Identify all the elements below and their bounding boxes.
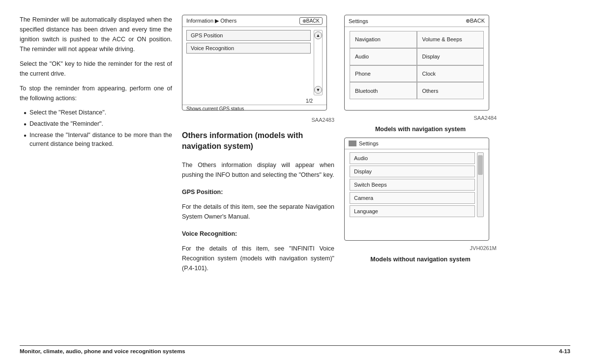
page-container: The Reminder will be automatically displ… (0, 0, 590, 364)
no-nav-item-beeps[interactable]: Switch Beeps (350, 179, 475, 191)
gps-screen-header: Information ▶ Others ⊕BACK (182, 15, 326, 27)
gps-menu-items: GPS Position Voice Recognition (186, 30, 311, 95)
settings-no-nav-list: Audio Display Switch Beeps Camera Langua… (350, 152, 475, 217)
voice-label: Voice Recognition: (182, 230, 334, 237)
gps-desc: For the details of this item, see the se… (182, 202, 334, 222)
settings-no-nav-screen-id: JVH0261M (344, 244, 497, 251)
section-intro: The Others information display will appe… (182, 160, 334, 180)
gps-footer-text: Shows current GPS status (186, 106, 244, 112)
settings-nav-caption: Models with navigation system (344, 124, 497, 135)
no-nav-scrollbar (477, 152, 484, 217)
no-nav-item-audio[interactable]: Audio (350, 152, 475, 164)
scroll-down-button[interactable]: ▼ (314, 86, 322, 94)
main-content: The Reminder will be automatically displ… (20, 15, 570, 345)
settings-no-nav-screen: Settings Audio Display Switch Beeps Came… (344, 138, 489, 241)
para3: To stop the reminder from appearing, per… (20, 84, 172, 103)
no-nav-item-language[interactable]: Language (350, 205, 475, 217)
nav-cell-display[interactable]: Display (417, 48, 484, 65)
gps-back-button[interactable]: ⊕BACK (299, 17, 323, 25)
gps-screen-id: SAA2483 (182, 115, 334, 123)
settings-nav-title: Settings (349, 18, 368, 24)
nav-cell-phone[interactable]: Phone (350, 65, 417, 83)
scroll-thumb (478, 155, 483, 175)
section-heading: Others information (models with navigati… (182, 130, 334, 152)
para1: The Reminder will be automatically displ… (20, 15, 172, 54)
gps-scrollbar: ▲ ▼ (314, 30, 323, 95)
nav-cell-others[interactable]: Others (417, 82, 484, 99)
right-column: Settings ⊕BACK Navigation Volume & Beeps… (344, 15, 497, 345)
settings-icon (349, 140, 356, 146)
settings-no-nav-body: Audio Display Switch Beeps Camera Langua… (345, 149, 489, 220)
page-number: 1/2 (182, 98, 326, 105)
gps-menu-item-2[interactable]: Voice Recognition (186, 43, 311, 54)
gps-label: GPS Position: (182, 189, 334, 196)
nav-cell-navigation[interactable]: Navigation (350, 31, 417, 48)
gps-screen-body: GPS Position Voice Recognition ▲ ▼ (182, 27, 326, 98)
nav-cell-audio[interactable]: Audio (350, 48, 417, 65)
middle-column: Information ▶ Others ⊕BACK GPS Position … (182, 15, 334, 345)
settings-no-nav-title: Settings (359, 140, 379, 146)
nav-cell-clock[interactable]: Clock (417, 65, 484, 83)
footer-section-title: Monitor, climate, audio, phone and voice… (20, 348, 185, 354)
scroll-up-button[interactable]: ▲ (314, 31, 322, 39)
footer-page-number: 4-13 (559, 348, 570, 354)
settings-nav-back-button[interactable]: ⊕BACK (466, 18, 485, 24)
settings-no-nav-header: Settings (345, 138, 489, 149)
bullet-item-3: Increase the "Interval" distance to be m… (24, 131, 172, 149)
no-nav-item-display[interactable]: Display (350, 166, 475, 177)
no-nav-item-camera[interactable]: Camera (350, 192, 475, 204)
settings-nav-screen: Settings ⊕BACK Navigation Volume & Beeps… (344, 15, 489, 111)
gps-menu-item-1[interactable]: GPS Position (186, 30, 311, 41)
bullet-item-2: Deactivate the "Reminder". (24, 119, 172, 129)
settings-nav-screen-id: SAA2484 (344, 113, 497, 121)
gps-breadcrumb: Information ▶ Others (186, 18, 236, 24)
left-column: The Reminder will be automatically displ… (20, 15, 172, 345)
page-footer: Monitor, climate, audio, phone and voice… (20, 345, 570, 354)
gps-screen: Information ▶ Others ⊕BACK GPS Position … (182, 15, 327, 111)
settings-nav-header: Settings ⊕BACK (345, 15, 489, 27)
voice-desc: For the details of this item, see "INFIN… (182, 244, 334, 273)
para2: Select the "OK" key to hide the reminder… (20, 59, 172, 79)
nav-cell-bluetooth[interactable]: Bluetooth (350, 82, 417, 99)
bullet-item-1: Select the "Reset Distance". (24, 108, 172, 117)
settings-no-nav-caption: Models without navigation system (344, 254, 497, 265)
nav-cell-volume[interactable]: Volume & Beeps (417, 31, 484, 48)
settings-nav-grid: Navigation Volume & Beeps Audio Display … (345, 27, 489, 103)
bullet-list: Select the "Reset Distance". Deactivate … (20, 108, 172, 149)
gps-screen-footer: Shows current GPS status (182, 105, 326, 112)
